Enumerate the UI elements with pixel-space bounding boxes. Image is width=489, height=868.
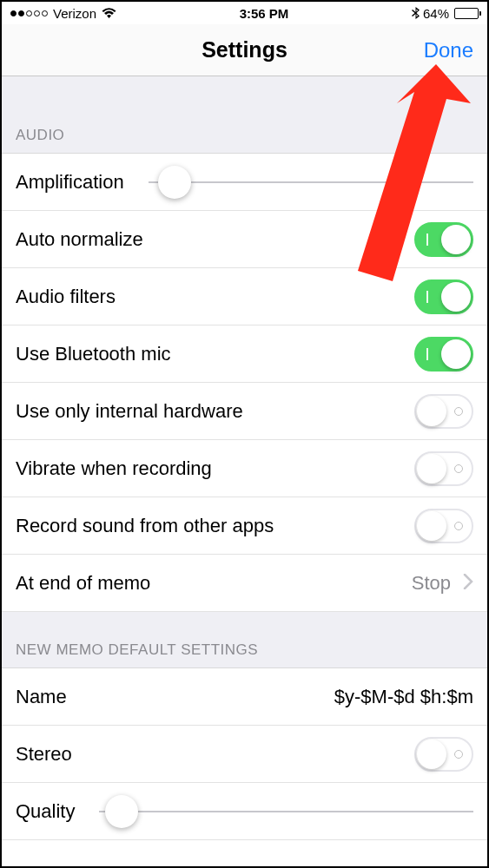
- record-other-apps-label: Record sound from other apps: [16, 515, 274, 537]
- signal-dots: [10, 10, 48, 16]
- carrier-label: Verizon: [53, 6, 96, 21]
- end-of-memo-value: Stop: [412, 572, 451, 595]
- status-left: Verizon: [10, 6, 116, 21]
- cell-vibrate: Vibrate when recording: [2, 440, 487, 497]
- stereo-label: Stereo: [16, 743, 72, 766]
- slider-thumb[interactable]: [158, 166, 191, 199]
- cell-amplification: Amplification: [2, 154, 487, 211]
- chevron-right-icon: [463, 572, 473, 595]
- cell-quality: Quality: [2, 783, 487, 840]
- name-label: Name: [16, 686, 67, 708]
- cell-auto-normalize: Auto normalize: [2, 211, 487, 268]
- section-header-audio: AUDIO: [2, 76, 487, 154]
- cell-bluetooth-mic: Use Bluetooth mic: [2, 326, 487, 383]
- bluetooth-icon: [412, 7, 420, 20]
- clock: 3:56 PM: [240, 6, 289, 21]
- bluetooth-mic-switch[interactable]: [414, 337, 473, 372]
- bluetooth-mic-label: Use Bluetooth mic: [16, 343, 171, 365]
- quality-label: Quality: [16, 800, 75, 823]
- status-right: 64%: [412, 6, 479, 21]
- end-of-memo-label: At end of memo: [16, 572, 150, 595]
- auto-normalize-switch[interactable]: [414, 222, 473, 257]
- amplification-slider[interactable]: [149, 181, 473, 183]
- stereo-switch[interactable]: [414, 737, 473, 772]
- page-title: Settings: [202, 37, 287, 62]
- name-value: $y-$M-$d $h:$m: [334, 686, 473, 708]
- battery-percent: 64%: [423, 6, 449, 21]
- amplification-label: Amplification: [16, 171, 124, 194]
- slider-thumb[interactable]: [105, 795, 138, 828]
- cell-end-of-memo[interactable]: At end of memo Stop: [2, 555, 487, 612]
- internal-hardware-switch[interactable]: [414, 394, 473, 429]
- vibrate-label: Vibrate when recording: [16, 457, 212, 480]
- internal-hardware-label: Use only internal hardware: [16, 400, 243, 423]
- cell-name[interactable]: Name $y-$M-$d $h:$m: [2, 668, 487, 726]
- battery-icon: [454, 8, 479, 19]
- record-other-apps-switch[interactable]: [414, 509, 473, 543]
- done-button[interactable]: Done: [424, 38, 473, 62]
- nav-bar: Settings Done: [2, 24, 487, 76]
- cell-audio-filters: Audio filters: [2, 268, 487, 326]
- quality-slider[interactable]: [99, 811, 473, 812]
- auto-normalize-label: Auto normalize: [16, 228, 143, 251]
- wifi-icon: [102, 8, 116, 19]
- cell-record-other-apps: Record sound from other apps: [2, 497, 487, 555]
- section-header-memo: NEW MEMO DEFAULT SETTINGS: [2, 612, 487, 668]
- status-bar: Verizon 3:56 PM 64%: [2, 2, 487, 24]
- audio-filters-switch[interactable]: [414, 279, 473, 314]
- audio-filters-label: Audio filters: [16, 286, 116, 308]
- cell-stereo: Stereo: [2, 726, 487, 783]
- cell-internal-hardware: Use only internal hardware: [2, 383, 487, 440]
- vibrate-switch[interactable]: [414, 451, 473, 486]
